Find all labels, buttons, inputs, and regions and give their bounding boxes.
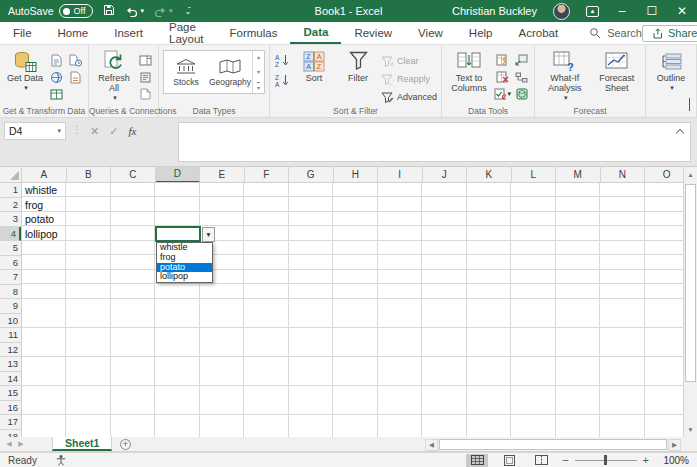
row-header-6[interactable]: 6 <box>0 256 21 271</box>
scroll-left-icon[interactable]: ◀ <box>425 439 438 451</box>
column-header-A[interactable]: A <box>22 167 67 183</box>
zoom-slider[interactable] <box>575 460 637 461</box>
tab-formulas[interactable]: Formulas <box>217 22 291 44</box>
horizontal-scroll-thumb[interactable] <box>439 439 667 450</box>
sort-button[interactable]: ZAAZ Sort <box>293 48 335 84</box>
scroll-up-icon[interactable]: ▲ <box>684 167 697 182</box>
accessibility-checker-button[interactable] <box>55 454 67 466</box>
column-header-D[interactable]: D <box>156 167 201 183</box>
column-header-M[interactable]: M <box>556 167 601 183</box>
row-header-11[interactable]: 11 <box>0 328 21 343</box>
row-header-13[interactable]: 13 <box>0 357 21 372</box>
advanced-filter-button[interactable]: Advanced <box>381 90 437 104</box>
tab-review[interactable]: Review <box>341 22 405 44</box>
row-header-3[interactable]: 3 <box>0 212 21 227</box>
cell-A3[interactable]: potato <box>25 213 54 226</box>
autosave-toggle[interactable]: AutoSave Off <box>8 4 93 18</box>
search-box[interactable]: Search <box>589 27 642 39</box>
column-header-I[interactable]: I <box>378 167 423 183</box>
column-header-L[interactable]: L <box>512 167 557 183</box>
tab-file[interactable]: File <box>0 22 45 44</box>
relationships-button[interactable] <box>513 70 530 84</box>
zoom-slider-thumb[interactable] <box>604 455 608 465</box>
dropdown-item-potato[interactable]: potato <box>157 263 212 273</box>
undo-button[interactable]: ▾ <box>125 6 144 17</box>
sheet-tab-sheet1[interactable]: Sheet1 <box>52 437 112 451</box>
column-header-J[interactable]: J <box>423 167 468 183</box>
sort-ascending-button[interactable]: AZ <box>274 53 291 67</box>
name-box[interactable]: D4 ▾ <box>4 122 66 140</box>
cells-layer[interactable]: ▼ whistlefrogpotatolollipop whistlefrogp… <box>22 183 683 437</box>
page-layout-view-button[interactable] <box>498 454 520 467</box>
tab-insert[interactable]: Insert <box>101 22 156 44</box>
column-header-G[interactable]: G <box>289 167 334 183</box>
cell-A4[interactable]: lollipop <box>25 228 58 241</box>
collapse-ribbon-button[interactable] <box>689 99 690 111</box>
page-break-preview-button[interactable] <box>530 454 552 467</box>
row-header-18[interactable]: 18 <box>0 430 21 438</box>
flash-fill-button[interactable] <box>494 53 511 67</box>
row-header-8[interactable]: 8 <box>0 285 21 300</box>
normal-view-button[interactable] <box>466 454 488 467</box>
formula-input[interactable] <box>178 122 691 162</box>
tab-acrobat[interactable]: Acrobat <box>505 22 571 44</box>
gallery-scroll[interactable]: ▴ ▾ ▾ <box>252 51 264 93</box>
row-header-16[interactable]: 16 <box>0 401 21 416</box>
tab-help[interactable]: Help <box>456 22 506 44</box>
avatar[interactable] <box>553 3 570 20</box>
what-if-analysis-button[interactable]: ? What-If Analysis ▾ <box>539 48 590 104</box>
tab-home[interactable]: Home <box>45 22 102 44</box>
active-cell-D4[interactable] <box>155 226 201 242</box>
filter-button[interactable]: Filter <box>337 48 379 84</box>
collapse-formula-bar-icon[interactable] <box>676 129 684 137</box>
dropdown-item-lollipop[interactable]: lollipop <box>157 272 212 282</box>
column-header-F[interactable]: F <box>245 167 290 183</box>
sort-descending-button[interactable]: ZA <box>274 73 291 87</box>
queries-connections-button[interactable] <box>137 53 154 67</box>
vertical-scrollbar[interactable]: ▲ ▼ <box>683 167 697 437</box>
row-header-7[interactable]: 7 <box>0 270 21 285</box>
from-web-button[interactable] <box>48 70 65 84</box>
share-button[interactable]: Share <box>642 25 697 42</box>
scroll-right-icon[interactable]: ▶ <box>668 439 681 451</box>
get-data-button[interactable]: Get Data ▾ <box>4 48 46 94</box>
data-validation-button[interactable]: ▾ <box>494 87 511 101</box>
cell-A2[interactable]: frog <box>25 199 43 212</box>
manage-data-model-button[interactable] <box>513 87 530 101</box>
stocks-button[interactable]: Stocks <box>164 51 208 93</box>
horizontal-scrollbar[interactable]: ◀ ▶ <box>425 438 695 451</box>
outline-button[interactable]: Outline ▾ <box>650 48 692 94</box>
tab-page-layout[interactable]: Page Layout <box>156 22 217 44</box>
column-header-N[interactable]: N <box>601 167 646 183</box>
remove-duplicates-button[interactable] <box>494 70 511 84</box>
row-header-5[interactable]: 5 <box>0 241 21 256</box>
dropdown-item-whistle[interactable]: whistle <box>157 243 212 253</box>
existing-connections-button[interactable] <box>67 70 84 84</box>
column-header-O[interactable]: O <box>645 167 683 183</box>
tab-data[interactable]: Data <box>290 22 341 44</box>
column-header-C[interactable]: C <box>111 167 156 183</box>
properties-button[interactable] <box>137 70 154 84</box>
geography-button[interactable]: Geography <box>208 51 252 93</box>
forecast-sheet-button[interactable]: Forecast Sheet <box>592 48 641 94</box>
row-header-10[interactable]: 10 <box>0 314 21 329</box>
minimize-button[interactable]: – <box>615 4 629 18</box>
from-text-csv-button[interactable] <box>48 53 65 67</box>
customize-quick-access-button[interactable]: ⌄̄ <box>182 7 191 16</box>
cell-A1[interactable]: whistle <box>25 184 57 197</box>
maximize-button[interactable]: ☐ <box>645 4 659 18</box>
zoom-level[interactable]: 100% <box>659 455 689 466</box>
zoom-out-button[interactable]: − <box>562 454 568 466</box>
row-header-15[interactable]: 15 <box>0 386 21 401</box>
tab-view[interactable]: View <box>405 22 456 44</box>
zoom-in-button[interactable]: + <box>643 454 649 466</box>
row-header-17[interactable]: 17 <box>0 415 21 430</box>
from-table-range-button[interactable] <box>48 87 65 101</box>
row-header-1[interactable]: 1 <box>0 183 21 198</box>
column-header-E[interactable]: E <box>200 167 245 183</box>
row-header-12[interactable]: 12 <box>0 343 21 358</box>
workbook-links-button[interactable] <box>137 87 154 101</box>
row-header-4[interactable]: 4 <box>0 227 21 242</box>
recent-sources-button[interactable] <box>67 53 84 67</box>
save-button[interactable] <box>103 4 115 18</box>
